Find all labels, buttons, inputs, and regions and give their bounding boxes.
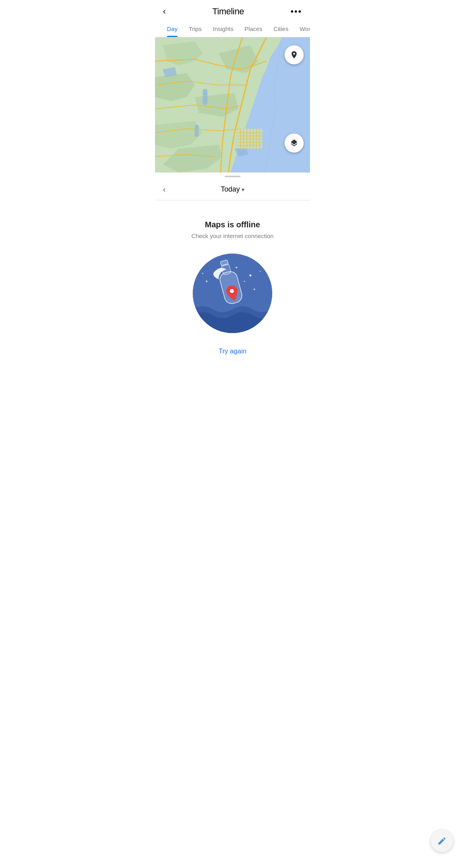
offline-title: Maps is offline	[205, 220, 260, 229]
svg-point-10	[260, 271, 261, 272]
svg-point-9	[254, 289, 255, 290]
date-chevron-icon: ▾	[242, 186, 244, 193]
tab-insights[interactable]: Insights	[207, 21, 239, 37]
offline-illustration-svg	[193, 254, 272, 333]
svg-point-5	[236, 267, 237, 268]
date-back-button[interactable]: ‹	[163, 185, 166, 194]
try-again-button[interactable]: Try again	[219, 347, 246, 355]
date-navigation: ‹ Today ▾	[155, 180, 310, 200]
tab-world[interactable]: World	[294, 21, 310, 37]
tab-places[interactable]: Places	[239, 21, 268, 37]
svg-point-6	[250, 275, 252, 277]
offline-illustration	[193, 254, 272, 333]
more-menu-button[interactable]: •••	[291, 6, 302, 17]
tab-trips[interactable]: Trips	[183, 21, 207, 37]
svg-rect-1	[203, 89, 207, 105]
svg-point-11	[202, 273, 203, 274]
header: ‹ Timeline •••	[155, 0, 310, 21]
tab-day[interactable]: Day	[161, 21, 183, 37]
tab-cities[interactable]: Cities	[268, 21, 294, 37]
my-location-button[interactable]	[285, 45, 304, 64]
page-title: Timeline	[212, 6, 244, 17]
offline-section: Maps is offline Check your internet conn…	[155, 200, 310, 387]
svg-point-8	[206, 281, 207, 282]
map-view[interactable]	[155, 37, 310, 172]
date-selector[interactable]: Today ▾	[221, 185, 244, 194]
svg-rect-2	[195, 125, 199, 137]
layers-icon	[290, 139, 298, 147]
back-button[interactable]: ‹	[163, 6, 166, 17]
date-text: Today	[221, 185, 240, 194]
map-layers-button[interactable]	[285, 134, 304, 153]
location-icon	[290, 50, 298, 59]
tabs-bar: Day Trips Insights Places Cities World	[155, 21, 310, 37]
offline-subtitle: Check your internet connection	[192, 232, 274, 239]
drag-handle-container	[155, 172, 310, 180]
drag-handle[interactable]	[225, 176, 240, 177]
svg-point-7	[244, 281, 245, 282]
